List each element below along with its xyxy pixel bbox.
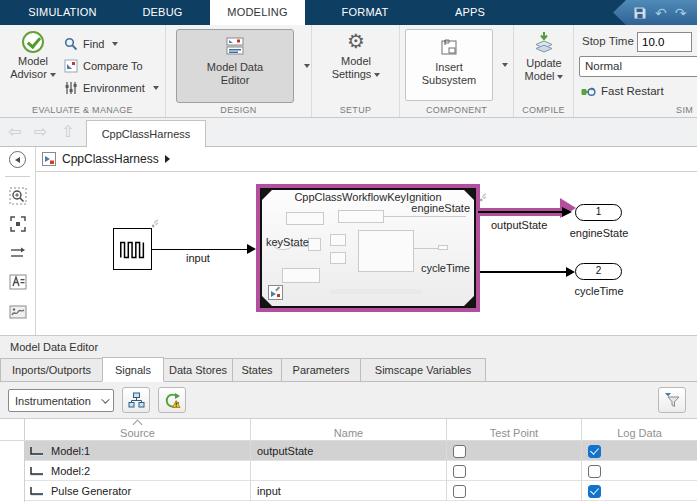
dropdown-caret-icon <box>153 86 159 90</box>
insert-subsystem-dropdown[interactable] <box>496 29 510 101</box>
fast-restart-icon <box>581 85 596 98</box>
name-cell[interactable]: outputState <box>257 445 313 457</box>
outport-1-block[interactable]: 1 <box>575 204 622 221</box>
section-label: SIM <box>574 105 697 115</box>
section-component: Insert Subsystem COMPONENT <box>400 25 514 117</box>
subsystem-inport-label: keyState <box>266 236 309 248</box>
tab-format[interactable]: FORMAT <box>305 0 425 25</box>
stop-time-input[interactable] <box>637 32 692 52</box>
output-signal-label[interactable]: outputState <box>491 219 547 231</box>
model-data-editor-button[interactable]: Model Data Editor <box>176 29 294 103</box>
name-cell[interactable]: input <box>257 485 281 497</box>
section-label: SETUP <box>312 105 399 115</box>
column-header-test-point[interactable]: Test Point <box>447 419 582 441</box>
section-design: Model Data Editor DESIGN <box>166 25 312 117</box>
model-canvas[interactable]: input CppClassWorkflowKeyIgnition <box>36 172 697 335</box>
preview-copyright <box>330 289 422 294</box>
tab-debug[interactable]: DEBUG <box>115 0 210 25</box>
pulse-wave-icon <box>118 233 148 265</box>
breadcrumb[interactable]: CppClassHarness <box>36 147 697 172</box>
model-settings-button[interactable]: ⚙ Model Settings <box>326 31 386 81</box>
compare-icon <box>64 59 78 73</box>
column-header-name[interactable]: Name <box>251 419 447 441</box>
source-cell: Model:2 <box>51 465 90 477</box>
outport-2-block[interactable]: 2 <box>575 263 622 280</box>
redo-icon[interactable]: ↷ <box>675 6 687 20</box>
breadcrumb-model-name[interactable]: CppClassHarness <box>62 152 159 166</box>
update-model-label: Update Model <box>525 57 562 82</box>
hide-browser-button[interactable] <box>9 151 26 168</box>
test-point-checkbox[interactable] <box>453 465 466 478</box>
simulink-window: SIMULATION DEBUG MODELING FORMAT APPS ↶ … <box>0 0 697 502</box>
tab-apps[interactable]: APPS <box>425 0 515 25</box>
preview-block <box>330 234 346 246</box>
filter-options-button[interactable] <box>658 387 686 413</box>
image-icon[interactable] <box>9 303 27 321</box>
test-point-checkbox[interactable] <box>453 445 466 458</box>
sliders-icon <box>64 81 78 95</box>
model-advisor-button[interactable]: Model Advisor <box>4 31 62 81</box>
compare-to-button[interactable]: Compare To <box>64 57 143 75</box>
tab-data-stores[interactable]: Data Stores <box>163 358 233 381</box>
column-view-value: Instrumentation <box>15 395 91 407</box>
table-row[interactable]: Model:2 <box>25 461 697 481</box>
model-data-editor-panel: Model Data Editor Inports/Outports Signa… <box>0 335 697 502</box>
input-signal-label[interactable]: input <box>186 252 210 264</box>
preview-block <box>438 245 448 250</box>
table-row[interactable]: Pulse Generator input <box>25 481 697 501</box>
tab-states[interactable]: States <box>232 358 282 381</box>
preview-block <box>330 252 346 264</box>
model-reference-badge-icon[interactable] <box>268 285 283 300</box>
input-signal-line[interactable] <box>152 249 248 251</box>
test-point-checkbox[interactable] <box>453 485 466 498</box>
log-data-checkbox[interactable] <box>588 445 601 458</box>
preview-block <box>308 238 321 251</box>
document-tab[interactable]: CppClassHarness <box>86 120 206 147</box>
table-header: Source Name Test Point Log Data <box>0 419 697 441</box>
save-icon[interactable] <box>633 6 647 20</box>
update-model-button[interactable]: Update Model <box>516 31 572 83</box>
fit-to-view-icon[interactable] <box>9 215 27 233</box>
find-button[interactable]: Find <box>64 35 118 53</box>
zoom-region-icon[interactable] <box>9 187 27 205</box>
column-header-source[interactable]: Source <box>25 419 251 441</box>
tab-simulation[interactable]: SIMULATION <box>10 0 115 25</box>
log-data-checkbox[interactable] <box>588 465 601 478</box>
palette-divider <box>5 176 30 177</box>
simulation-mode-select[interactable]: Normal <box>579 56 697 77</box>
tab-inports-outports[interactable]: Inports/Outports <box>0 358 103 381</box>
compare-to-label: Compare To <box>83 60 143 72</box>
preview-block <box>286 212 324 225</box>
column-view-select[interactable]: Instrumentation <box>8 389 114 412</box>
subsystem-block[interactable]: CppClassWorkflowKeyIgnition <box>256 184 480 312</box>
annotation-icon[interactable] <box>9 273 27 291</box>
fast-restart-toggle[interactable]: Fast Restart <box>581 82 664 100</box>
insert-subsystem-button[interactable]: Insert Subsystem <box>405 29 493 101</box>
up-arrow-icon[interactable]: ⇧ <box>61 121 74 143</box>
breadcrumb-expand-icon[interactable] <box>165 155 170 163</box>
output-signal-line[interactable] <box>478 211 564 213</box>
section-label: DESIGN <box>166 105 311 115</box>
tab-parameters[interactable]: Parameters <box>281 358 361 381</box>
cycletime-signal-line[interactable] <box>480 271 568 273</box>
pulse-generator-block[interactable] <box>113 228 152 270</box>
tab-modeling[interactable]: MODELING <box>210 0 305 25</box>
section-setup: ⚙ Model Settings SETUP <box>312 25 400 117</box>
signal-routing-icon[interactable] <box>9 244 27 262</box>
tab-simscape-variables[interactable]: Simscape Variables <box>360 358 486 381</box>
tab-signals[interactable]: Signals <box>102 357 164 382</box>
section-simulate: Stop Time Normal Fast Restart SIM <box>574 25 697 117</box>
update-diagram-warning-button[interactable] <box>158 387 186 413</box>
back-arrow-icon[interactable]: ⇦ <box>8 121 21 143</box>
dropdown-caret-icon <box>50 73 56 77</box>
column-header-log-data[interactable]: Log Data <box>582 419 697 441</box>
log-data-checkbox[interactable] <box>588 485 601 498</box>
section-label: COMPONENT <box>400 105 513 115</box>
undo-icon[interactable]: ↶ <box>655 6 667 20</box>
show-hierarchy-button[interactable] <box>122 387 150 413</box>
table-row[interactable]: Model:1 outputState <box>25 441 697 461</box>
environment-button[interactable]: Environment <box>64 79 159 97</box>
dropdown-caret-icon <box>374 73 380 77</box>
model-data-editor-dropdown[interactable] <box>298 29 312 103</box>
forward-arrow-icon[interactable]: ⇨ <box>34 121 47 143</box>
